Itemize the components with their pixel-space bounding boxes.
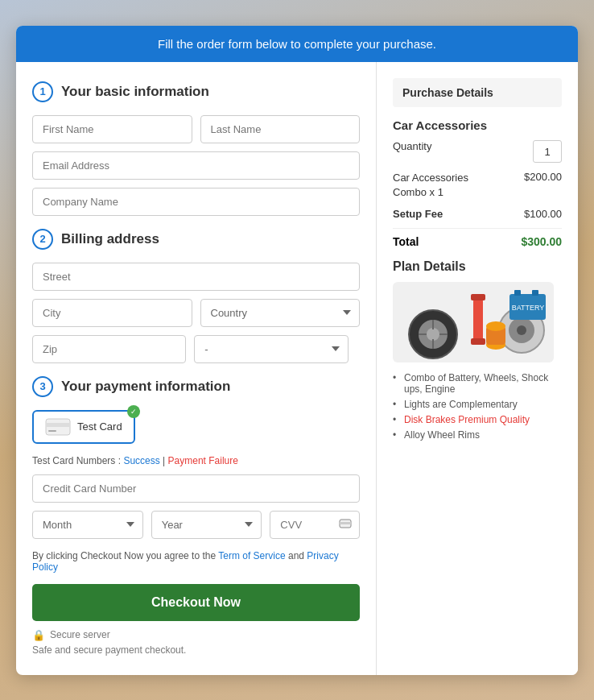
total-row: Total $300.00 bbox=[393, 228, 562, 248]
main-container: Fill the order form below to complete yo… bbox=[16, 26, 578, 675]
section1-title: Your basic information bbox=[61, 84, 209, 100]
setup-fee-price: $100.00 bbox=[524, 208, 562, 220]
svg-rect-9 bbox=[471, 294, 485, 300]
svg-rect-8 bbox=[473, 298, 483, 342]
name-row bbox=[32, 115, 360, 143]
svg-point-13 bbox=[517, 325, 526, 335]
city-input[interactable] bbox=[32, 299, 192, 327]
purchase-details-title: Purchase Details bbox=[393, 78, 562, 107]
plan-feature-item: Alloy Wheel Rims bbox=[393, 429, 562, 441]
plan-feature-item: Disk Brakes Premium Quality bbox=[393, 414, 562, 425]
street-row bbox=[32, 263, 360, 291]
setup-fee-label: Setup Fee bbox=[393, 208, 443, 220]
svg-point-16 bbox=[486, 321, 505, 331]
product-name: Car Accessories bbox=[393, 118, 562, 132]
section1-header: 1 Your basic information bbox=[32, 81, 360, 102]
company-row bbox=[32, 188, 360, 216]
email-row bbox=[32, 151, 360, 180]
fail-link[interactable]: Payment Failure bbox=[168, 455, 238, 466]
total-label: Total bbox=[393, 235, 419, 248]
svg-rect-1 bbox=[46, 423, 70, 427]
card-option-label: Test Card bbox=[77, 420, 122, 433]
section3-header: 3 Your payment information bbox=[32, 376, 360, 397]
country-select[interactable]: Country United States United Kingdom Can… bbox=[200, 299, 361, 327]
combo-price: $200.00 bbox=[524, 171, 562, 183]
plan-feature-item: Lights are Complementary bbox=[393, 399, 562, 410]
card-selected-check: ✓ bbox=[127, 405, 140, 418]
credit-card-icon bbox=[45, 418, 71, 436]
cc-number-input[interactable] bbox=[32, 474, 360, 503]
year-select[interactable]: Year 2024 2025 2026 2027 2028 bbox=[151, 511, 262, 539]
plan-details-title: Plan Details bbox=[393, 259, 562, 274]
section2-header: 2 Billing address bbox=[32, 229, 360, 250]
section1-number: 1 bbox=[32, 81, 53, 102]
zip-input[interactable] bbox=[32, 335, 186, 363]
svg-text:BATTERY: BATTERY bbox=[512, 304, 545, 312]
banner-text: Fill the order form below to complete yo… bbox=[158, 37, 436, 51]
secure-info: 🔒 Secure server bbox=[32, 629, 360, 641]
checkout-button[interactable]: Checkout Now bbox=[32, 584, 360, 621]
terms-text: By clicking Checkout Now you agree to th… bbox=[32, 550, 360, 573]
left-panel: 1 Your basic information 2 Billing addre… bbox=[16, 62, 377, 675]
quantity-value[interactable]: 1 bbox=[533, 140, 562, 163]
plan-features: Combo of Battery, Wheels, Shock ups, Eng… bbox=[393, 372, 562, 441]
cvv-card-icon bbox=[339, 518, 352, 531]
svg-point-7 bbox=[427, 328, 439, 341]
payment-section: 3 Your payment information Test Card ✓ T… bbox=[32, 376, 360, 656]
section2-number: 2 bbox=[32, 229, 53, 250]
email-input[interactable] bbox=[32, 151, 360, 180]
plan-image: BATTERY bbox=[393, 282, 554, 362]
svg-rect-10 bbox=[471, 338, 485, 345]
quantity-row: Quantity 1 bbox=[393, 140, 562, 163]
quantity-label: Quantity bbox=[393, 140, 431, 152]
month-select[interactable]: Month January February March April May J… bbox=[32, 511, 143, 539]
right-panel: Purchase Details Car Accessories Quantit… bbox=[377, 62, 578, 675]
cc-number-row bbox=[32, 474, 360, 503]
state-select[interactable]: - bbox=[194, 335, 348, 363]
street-input[interactable] bbox=[32, 263, 360, 291]
setup-fee-row: Setup Fee $100.00 bbox=[393, 208, 562, 220]
lock-icon: 🔒 bbox=[32, 629, 45, 641]
card-option[interactable]: Test Card ✓ bbox=[32, 410, 135, 444]
combo-label: Car Accessories Combo x 1 bbox=[393, 171, 497, 200]
svg-rect-2 bbox=[48, 430, 56, 432]
top-banner: Fill the order form below to complete yo… bbox=[16, 26, 578, 62]
main-content: 1 Your basic information 2 Billing addre… bbox=[16, 62, 578, 675]
combo-row: Car Accessories Combo x 1 $200.00 bbox=[393, 171, 562, 200]
company-input[interactable] bbox=[32, 188, 360, 216]
section2-title: Billing address bbox=[61, 231, 159, 247]
cvv-wrapper bbox=[270, 511, 360, 539]
city-country-row: Country United States United Kingdom Can… bbox=[32, 299, 360, 327]
cvv-row: Month January February March April May J… bbox=[32, 511, 360, 539]
svg-rect-18 bbox=[514, 290, 521, 296]
secure-server-text: Secure server bbox=[50, 629, 110, 640]
section3-title: Your payment information bbox=[61, 379, 230, 395]
section3-number: 3 bbox=[32, 376, 53, 397]
first-name-input[interactable] bbox=[32, 115, 192, 143]
plan-feature-item: Combo of Battery, Wheels, Shock ups, Eng… bbox=[393, 372, 562, 395]
safe-msg: Safe and secure payment checkout. bbox=[32, 644, 360, 656]
test-card-message: Test Card Numbers : Success | Payment Fa… bbox=[32, 455, 360, 466]
terms-link[interactable]: Term of Service bbox=[218, 550, 285, 561]
zip-state-row: - bbox=[32, 335, 360, 363]
last-name-input[interactable] bbox=[200, 115, 361, 143]
svg-rect-4 bbox=[340, 522, 351, 524]
success-link[interactable]: Success bbox=[123, 455, 159, 466]
svg-rect-19 bbox=[532, 290, 538, 296]
total-price: $300.00 bbox=[521, 235, 562, 248]
